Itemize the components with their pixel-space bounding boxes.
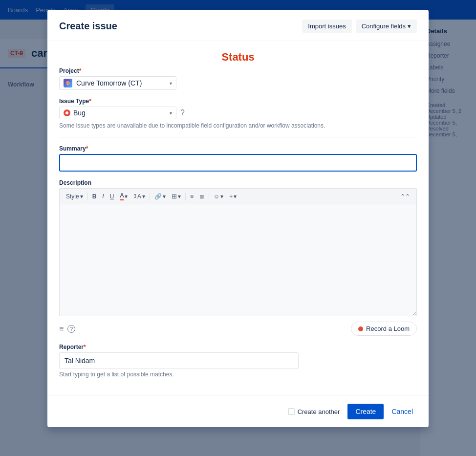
status-banner: Status — [59, 51, 417, 64]
project-field: Project* 🎨 Curve Tomorrow (CT) ▾ — [59, 67, 417, 90]
issue-type-field: Issue Type* Bug ▾ ? Some issue types are… — [59, 98, 417, 129]
bullet-list-button[interactable]: ≡ — [188, 192, 196, 201]
numbered-list-icon: ≣ — [199, 193, 204, 200]
issue-type-warning: Some issue types are unavailable due to … — [59, 122, 417, 129]
collapse-toolbar-button[interactable]: ⌃⌃ — [398, 192, 412, 201]
link-button[interactable]: 🔗 ▾ — [152, 192, 168, 201]
attachment-button[interactable]: ⊞ ▾ — [169, 191, 183, 201]
project-select[interactable]: 🎨 Curve Tomorrow (CT) ▾ — [59, 76, 176, 90]
link-icon: 🔗 — [154, 193, 162, 200]
project-label: Project* — [59, 67, 417, 74]
toolbar-separator-4 — [209, 193, 209, 200]
record-loom-label: Record a Loom — [366, 325, 410, 332]
status-text: Status — [221, 51, 254, 63]
form-divider — [59, 137, 417, 137]
loom-dot-icon — [358, 326, 363, 331]
create-button[interactable]: Create — [347, 404, 384, 419]
summary-field: Summary* — [59, 145, 417, 172]
description-field: Description Style ▾ B I U A ▾ 3 — [59, 179, 417, 336]
modal-footer: Create another Create Cancel — [47, 395, 429, 427]
numbered-list-button[interactable]: ≣ — [197, 192, 207, 201]
summary-required-star: * — [86, 145, 88, 152]
record-loom-button[interactable]: Record a Loom — [351, 322, 417, 336]
italic-button[interactable]: I — [100, 192, 106, 201]
font-size-button[interactable]: 3 A ▾ — [131, 192, 148, 201]
chevron-down-icon: ▾ — [408, 22, 411, 30]
bullet-list-icon: ≡ — [190, 193, 194, 200]
toolbar-separator-2 — [150, 193, 150, 200]
description-editor[interactable] — [59, 204, 417, 316]
project-chevron-icon: ▾ — [170, 81, 172, 86]
text-color-chevron-icon: ▾ — [125, 193, 128, 200]
description-footer: ≡ ? Record a Loom — [59, 322, 417, 336]
more-icon: + — [229, 193, 233, 200]
more-options-button[interactable]: + ▾ — [227, 192, 239, 201]
project-value: Curve Tomorrow (CT) — [76, 79, 166, 87]
modal-header-actions: Import issues Configure fields ▾ — [302, 20, 417, 33]
emoji-chevron-icon: ▾ — [220, 193, 223, 200]
project-icon: 🎨 — [64, 79, 72, 87]
create-another-checkbox[interactable] — [288, 408, 295, 415]
bug-icon — [64, 109, 70, 116]
create-another-label[interactable]: Create another — [288, 408, 340, 415]
issue-type-row: Bug ▾ ? — [59, 107, 417, 119]
link-chevron-icon: ▾ — [163, 193, 166, 200]
font-size-chevron-icon: ▾ — [142, 193, 145, 200]
description-footer-left: ≡ ? — [59, 325, 75, 333]
style-chevron-icon: ▾ — [80, 193, 83, 200]
help-icon[interactable]: ? — [180, 109, 185, 117]
modal-title: Create issue — [59, 21, 117, 32]
emoji-button[interactable]: ☺ ▾ — [211, 192, 226, 201]
bold-button[interactable]: B — [90, 192, 99, 201]
style-button[interactable]: Style ▾ — [64, 192, 86, 201]
text-format-icon-button[interactable]: ≡ — [59, 325, 64, 333]
attachment-chevron-icon: ▾ — [178, 193, 181, 200]
issue-type-required-star: * — [89, 98, 91, 105]
summary-input[interactable] — [59, 154, 417, 172]
collapse-icon: ⌃⌃ — [400, 193, 410, 200]
reporter-hint: Start typing to get a list of possible m… — [59, 371, 417, 378]
modal-overlay: Create issue Import issues Configure fie… — [0, 0, 476, 456]
text-format-icon: ≡ — [59, 325, 64, 333]
text-color-button[interactable]: A ▾ — [117, 191, 130, 202]
summary-label: Summary* — [59, 145, 417, 152]
more-chevron-icon: ▾ — [234, 193, 237, 200]
import-issues-button[interactable]: Import issues — [302, 20, 351, 33]
description-label: Description — [59, 179, 417, 186]
cancel-button[interactable]: Cancel — [388, 404, 417, 419]
footer-help-icon: ? — [67, 325, 75, 333]
reporter-label: Reporter* — [59, 344, 417, 350]
configure-fields-label: Configure fields — [362, 22, 406, 30]
issue-type-value: Bug — [73, 109, 167, 117]
toolbar-separator-1 — [87, 193, 88, 200]
footer-help-button[interactable]: ? — [67, 325, 75, 333]
toolbar-separator-3 — [185, 193, 186, 200]
create-issue-modal: Create issue Import issues Configure fie… — [47, 10, 429, 427]
description-toolbar: Style ▾ B I U A ▾ 3 A ▾ — [59, 188, 417, 204]
attachment-icon: ⊞ — [172, 193, 177, 200]
reporter-field: Reporter* Start typing to get a list of … — [59, 344, 417, 378]
issue-type-chevron-icon: ▾ — [170, 110, 172, 116]
project-required-star: * — [79, 67, 82, 74]
modal-body: Status Project* 🎨 Curve Tomorrow (CT) ▾ — [47, 41, 429, 395]
reporter-required-star: * — [84, 344, 86, 350]
issue-type-label: Issue Type* — [59, 98, 417, 105]
reporter-input[interactable] — [59, 352, 299, 369]
configure-fields-button[interactable]: Configure fields ▾ — [356, 20, 417, 33]
issue-type-select[interactable]: Bug ▾ — [59, 107, 176, 119]
modal-header: Create issue Import issues Configure fie… — [47, 10, 429, 41]
underline-button[interactable]: U — [108, 192, 117, 201]
emoji-icon: ☺ — [214, 193, 219, 200]
create-another-text: Create another — [298, 408, 340, 415]
